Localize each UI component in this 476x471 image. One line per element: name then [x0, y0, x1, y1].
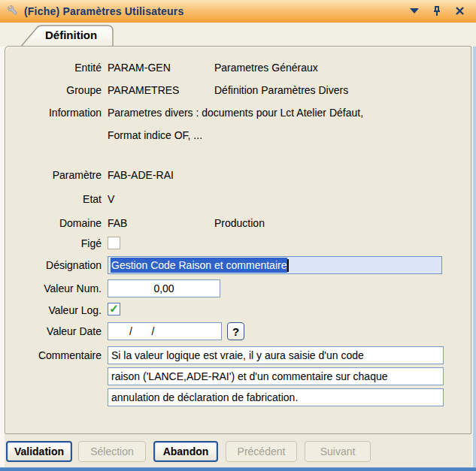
titlebar[interactable]: (Fiche) Paramètres Utilisateurs [0, 0, 476, 23]
domaine-label: Domaine [0, 217, 102, 229]
designation-input[interactable]: Gestion Code Raison et commentaire [108, 256, 442, 274]
commentaire-label: Commentaire [0, 349, 102, 361]
date-help-label: ? [232, 325, 239, 338]
abandon-button[interactable]: Abandon [153, 441, 218, 462]
groupe-label: Groupe [0, 84, 102, 96]
wrench-icon [6, 5, 18, 17]
selection-button: Sélection [78, 441, 146, 462]
tab-label: Définition [45, 29, 97, 41]
window-bottom-border [0, 467, 476, 471]
checkmark-icon: ✓ [109, 303, 119, 314]
domaine-desc: Production [214, 217, 265, 229]
valeur-num-input[interactable]: 0,00 [108, 279, 220, 297]
window-title: (Fiche) Paramètres Utilisateurs [24, 5, 183, 17]
window-right-border [473, 23, 476, 467]
etat-value: V [108, 193, 114, 205]
valeur-date-input[interactable]: / / [108, 322, 222, 340]
parametre-label: Paramètre [0, 169, 102, 181]
entite-desc: Parametres Généraux [214, 62, 318, 74]
groupe-code: PARAMETRES [108, 84, 179, 96]
date-help-button[interactable]: ? [227, 322, 244, 340]
fige-checkbox[interactable] [108, 237, 120, 249]
etat-label: Etat [0, 193, 102, 205]
tab-definition[interactable]: Définition [20, 25, 114, 47]
designation-selected-text: Gestion Code Raison et commentaire [111, 258, 287, 273]
information-line1: Parametres divers : documents pour Lct A… [108, 107, 363, 119]
validation-button[interactable]: Validation [6, 441, 72, 462]
information-line2: Format indice OF, ... [108, 129, 202, 141]
commentaire-input-3[interactable]: annulation de déclaration de fabrication… [108, 388, 444, 406]
parametre-value: FAB-ADE-RAI [108, 169, 174, 181]
tool-window: (Fiche) Paramètres Utilisateurs [0, 0, 476, 471]
close-icon[interactable] [453, 5, 465, 17]
dropdown-arrow-icon[interactable] [408, 5, 420, 17]
domaine-code: FAB [108, 217, 127, 229]
suivant-button: Suivant [305, 441, 371, 462]
commentaire-input-2[interactable]: raison ('LANCE,ADE-RAI') et d'un comment… [108, 367, 444, 385]
precedent-button: Précédent [226, 441, 297, 462]
valeur-log-checkbox[interactable]: ✓ [108, 303, 120, 316]
valeur-num-value: 0,00 [153, 282, 174, 294]
entite-code: PARAM-GEN [108, 62, 171, 74]
valeur-date-value: / / [129, 325, 156, 337]
valeur-num-label: Valeur Num. [0, 282, 102, 294]
groupe-desc: Définition Paramètres Divers [214, 84, 348, 96]
commentaire-line-3: annulation de déclaration de fabrication… [111, 391, 298, 403]
text-caret [287, 259, 289, 272]
commentaire-input-1[interactable]: Si la valeur logique est vraie, il y aur… [108, 346, 444, 364]
commentaire-line-2: raison ('LANCE,ADE-RAI') et d'un comment… [111, 370, 388, 382]
pin-icon[interactable] [431, 5, 443, 17]
information-label: Information [0, 107, 102, 119]
valeur-date-label: Valeur Date [0, 325, 102, 337]
fige-label: Figé [0, 237, 102, 249]
commentaire-line-1: Si la valeur logique est vraie, il y aur… [111, 349, 364, 361]
designation-label: Désignation [0, 259, 102, 271]
valeur-log-label: Valeur Log. [0, 304, 102, 316]
entite-label: Entité [0, 62, 102, 74]
